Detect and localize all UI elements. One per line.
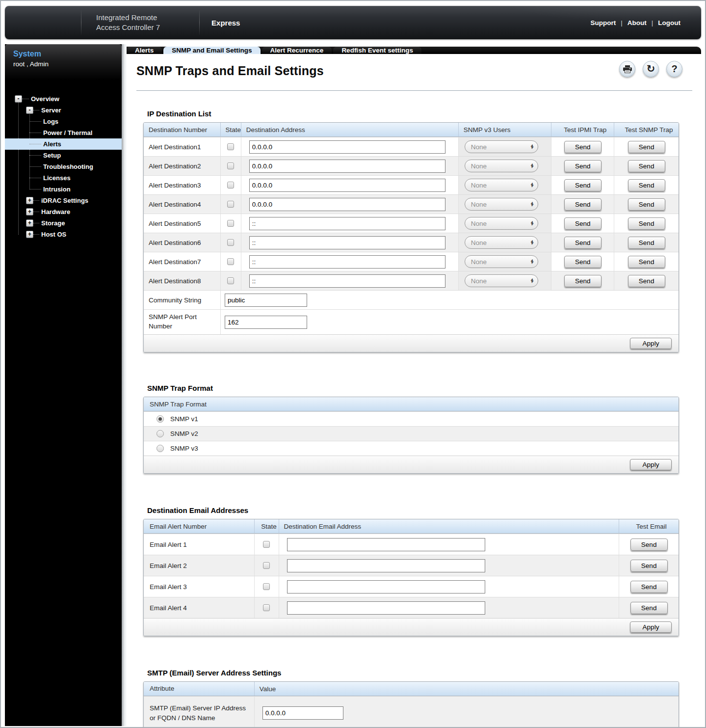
test-ipmi-send-button[interactable]: Send [564, 217, 601, 230]
destination-address-input[interactable] [249, 236, 445, 249]
tree-item-overview[interactable]: - Overview [5, 93, 122, 105]
snmp-v3-user-select[interactable]: None▲▼ [465, 160, 538, 172]
tree-item-intrusion[interactable]: Intrusion [5, 184, 122, 195]
snmp-v2-option[interactable]: SNMP v2 [144, 426, 679, 441]
destination-address-input[interactable] [249, 255, 445, 269]
test-snmp-send-button[interactable]: Send [628, 237, 665, 249]
test-ipmi-send-button[interactable]: Send [564, 256, 601, 268]
test-snmp-send-button[interactable]: Send [628, 217, 665, 230]
link-separator: | [652, 19, 654, 27]
apply-button[interactable]: Apply [630, 338, 672, 349]
tab-alerts[interactable]: Alerts [127, 47, 162, 54]
test-snmp-send-button[interactable]: Send [628, 275, 665, 287]
tab-snmp-and-email-settings[interactable]: SNMP and Email Settings [163, 47, 260, 54]
expand-icon[interactable]: + [26, 219, 33, 227]
test-ipmi-send-button[interactable]: Send [564, 237, 601, 249]
tab-redfish-event-settings[interactable]: Redfish Event settings [333, 47, 421, 54]
destination-address-input[interactable] [249, 160, 445, 173]
state-checkbox[interactable] [263, 604, 270, 611]
test-snmp-send-button[interactable]: Send [628, 179, 665, 191]
state-checkbox[interactable] [227, 239, 234, 246]
tree-item-idrac-settings[interactable]: + iDRAC Settings [5, 195, 122, 206]
snmp-v1-option[interactable]: SNMP v1 [144, 411, 679, 426]
destination-address-input[interactable] [249, 217, 445, 230]
test-email-send-button[interactable]: Send [630, 539, 668, 551]
snmp-v3-user-select[interactable]: None▲▼ [465, 140, 538, 153]
tree-item-troubleshooting[interactable]: Troubleshooting [5, 161, 122, 172]
destination-address-input[interactable] [249, 274, 445, 288]
snmp-v3-user-select[interactable]: None▲▼ [465, 255, 538, 268]
snmp-v3-option[interactable]: SNMP v3 [144, 441, 679, 456]
state-checkbox[interactable] [227, 220, 234, 227]
content-area: Alerts SNMP and Email Settings Alert Rec… [127, 44, 701, 726]
test-email-send-button[interactable]: Send [630, 602, 668, 614]
tab-alert-recurrence[interactable]: Alert Recurrence [262, 47, 332, 54]
test-snmp-send-button[interactable]: Send [628, 141, 665, 153]
expand-icon[interactable]: + [26, 208, 33, 216]
destination-address-input[interactable] [249, 140, 445, 154]
table-row: Email Alert 4 Send [144, 597, 679, 618]
apply-button[interactable]: Apply [630, 459, 672, 470]
expand-icon[interactable]: + [26, 197, 33, 204]
snmp-alert-port-input[interactable] [225, 316, 307, 329]
test-ipmi-send-button[interactable]: Send [564, 160, 601, 172]
support-link[interactable]: Support [591, 19, 616, 27]
logout-link[interactable]: Logout [658, 19, 680, 27]
snmp-v3-user-select[interactable]: None▲▼ [465, 236, 538, 249]
state-checkbox[interactable] [227, 258, 234, 265]
help-button[interactable]: ? [666, 61, 682, 77]
state-checkbox[interactable] [227, 201, 234, 208]
test-ipmi-send-button[interactable]: Send [564, 179, 601, 191]
print-button[interactable] [619, 61, 635, 77]
snmp-v3-user-select[interactable]: None▲▼ [465, 217, 538, 230]
test-email-send-button[interactable]: Send [630, 581, 668, 593]
radio-button[interactable] [157, 430, 164, 437]
test-snmp-send-button[interactable]: Send [628, 256, 665, 268]
tree-item-licenses[interactable]: Licenses [5, 172, 122, 184]
tree-item-logs[interactable]: Logs [5, 116, 122, 127]
apply-button[interactable]: Apply [630, 621, 672, 633]
state-checkbox[interactable] [263, 583, 270, 590]
destination-email-input[interactable] [287, 538, 485, 551]
test-email-send-button[interactable]: Send [630, 560, 668, 572]
snmp-v3-user-select[interactable]: None▲▼ [465, 179, 538, 191]
expand-icon[interactable]: + [26, 231, 33, 238]
section-title: SMTP (Email) Server Address Settings [147, 669, 679, 677]
collapse-icon[interactable]: - [15, 95, 22, 103]
tree-item-host-os[interactable]: + Host OS [5, 229, 122, 240]
snmp-alert-port-label: SNMP Alert Port Number [144, 310, 220, 334]
tree-item-server[interactable]: - Server [5, 105, 122, 116]
tree-item-setup[interactable]: Setup [5, 150, 122, 161]
state-checkbox[interactable] [227, 143, 234, 150]
tree-item-storage[interactable]: + Storage [5, 217, 122, 229]
snmp-v3-user-select[interactable]: None▲▼ [465, 274, 538, 287]
test-snmp-send-button[interactable]: Send [628, 160, 665, 172]
radio-button[interactable] [157, 445, 164, 452]
community-string-input[interactable] [225, 294, 307, 307]
state-checkbox[interactable] [263, 541, 270, 548]
destination-address-input[interactable] [249, 179, 445, 192]
tree-item-power-thermal[interactable]: Power / Thermal [5, 127, 122, 138]
state-checkbox[interactable] [263, 562, 270, 569]
destination-email-input[interactable] [287, 601, 485, 615]
table-row: Email Alert 1 Send [144, 534, 679, 555]
smtp-server-input[interactable] [262, 706, 343, 720]
banner-divider [199, 10, 200, 35]
test-ipmi-send-button[interactable]: Send [564, 198, 601, 211]
test-snmp-send-button[interactable]: Send [628, 198, 665, 211]
collapse-icon[interactable]: - [26, 107, 33, 114]
refresh-button[interactable]: ↻ [643, 61, 659, 77]
destination-email-input[interactable] [287, 559, 485, 572]
tree-item-hardware[interactable]: + Hardware [5, 206, 122, 217]
radio-button[interactable] [157, 415, 164, 423]
state-checkbox[interactable] [227, 162, 234, 169]
tree-item-alerts[interactable]: Alerts [5, 138, 122, 150]
state-checkbox[interactable] [227, 182, 234, 189]
about-link[interactable]: About [628, 19, 647, 27]
destination-address-input[interactable] [249, 198, 445, 211]
snmp-v3-user-select[interactable]: None▲▼ [465, 198, 538, 211]
destination-email-input[interactable] [287, 580, 485, 593]
test-ipmi-send-button[interactable]: Send [564, 275, 601, 287]
test-ipmi-send-button[interactable]: Send [564, 141, 601, 153]
state-checkbox[interactable] [227, 277, 234, 284]
